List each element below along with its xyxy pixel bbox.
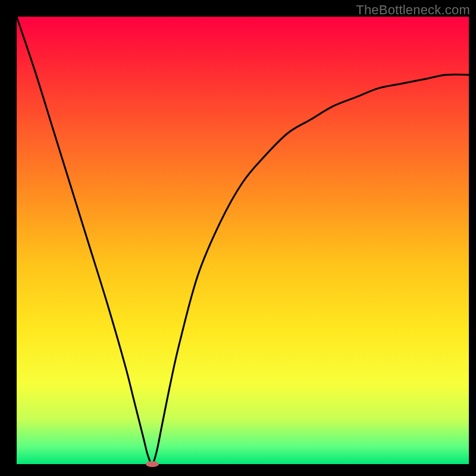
chart-stage: TheBottleneck.com (0, 0, 476, 476)
optimum-marker (146, 461, 159, 467)
attribution-text: TheBottleneck.com (356, 2, 470, 18)
bottleneck-chart (0, 0, 476, 476)
